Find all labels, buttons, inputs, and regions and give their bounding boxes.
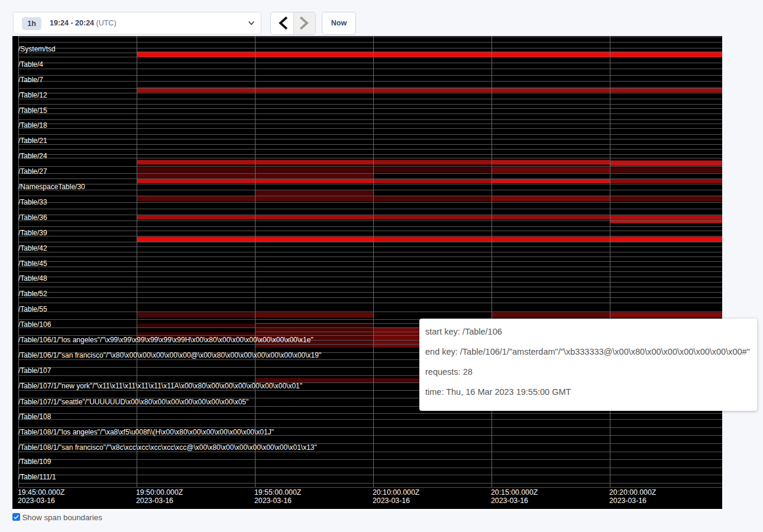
svg-text:/Table/107/1/"seattle"/"UUUUUU: /Table/107/1/"seattle"/"UUUUUUD\x00\x80\… — [18, 398, 248, 406]
svg-text:/Table/108: /Table/108 — [18, 413, 51, 421]
svg-text:/Table/45: /Table/45 — [18, 259, 47, 268]
svg-text:19:55:00.000Z: 19:55:00.000Z — [254, 488, 302, 497]
svg-text:/Table/4: /Table/4 — [18, 60, 43, 69]
svg-text:2023-03-16: 2023-03-16 — [254, 497, 292, 505]
svg-text:/Table/7: /Table/7 — [18, 76, 43, 84]
svg-text:/Table/42: /Table/42 — [18, 244, 47, 252]
svg-text:/Table/109: /Table/109 — [18, 458, 51, 466]
svg-text:2023-03-16: 2023-03-16 — [609, 497, 646, 505]
svg-text:/Table/12: /Table/12 — [18, 91, 47, 99]
svg-text:2023-03-16: 2023-03-16 — [373, 497, 410, 505]
svg-text:/Table/39: /Table/39 — [18, 229, 47, 237]
svg-text:/Table/21: /Table/21 — [18, 137, 47, 145]
svg-text:20:20:00.000Z: 20:20:00.000Z — [609, 488, 657, 497]
svg-text:/NamespaceTable/30: /NamespaceTable/30 — [18, 183, 85, 191]
svg-text:/Table/108/1/"los angeles"/"\x: /Table/108/1/"los angeles"/"\xa8\xf5\u00… — [18, 428, 274, 436]
svg-text:/Table/48: /Table/48 — [18, 274, 47, 283]
svg-text:/Table/106/1/"los angeles"/"\x: /Table/106/1/"los angeles"/"\x99\x99\x99… — [18, 336, 313, 344]
svg-text:2023-03-16: 2023-03-16 — [136, 497, 173, 505]
svg-text:/Table/107/1/"new york"/"\x11\: /Table/107/1/"new york"/"\x11\x11\x11\x1… — [18, 382, 302, 390]
svg-text:2023-03-16: 2023-03-16 — [18, 497, 55, 505]
svg-text:/Table/107: /Table/107 — [18, 366, 51, 375]
svg-text:20:10:00.000Z: 20:10:00.000Z — [373, 488, 420, 497]
svg-text:/Table/106/1/"san francisco"/": /Table/106/1/"san francisco"/"\x80\x00\x… — [18, 351, 321, 359]
svg-text:/System/tsd: /System/tsd — [18, 45, 56, 53]
svg-text:/Table/24: /Table/24 — [18, 152, 47, 160]
svg-text:/Table/106: /Table/106 — [18, 320, 51, 329]
svg-text:/Table/15: /Table/15 — [18, 106, 47, 115]
svg-text:20:15:00.000Z: 20:15:00.000Z — [491, 488, 538, 497]
svg-text:19:50:00.000Z: 19:50:00.000Z — [136, 488, 183, 497]
svg-text:/Table/111/1: /Table/111/1 — [18, 473, 56, 481]
svg-text:2023-03-16: 2023-03-16 — [491, 497, 528, 505]
svg-text:/Table/36: /Table/36 — [18, 213, 47, 222]
svg-text:/Table/18: /Table/18 — [18, 121, 47, 129]
svg-text:/Table/52: /Table/52 — [18, 290, 47, 298]
svg-text:19:45:00.000Z: 19:45:00.000Z — [18, 488, 65, 497]
svg-text:/Table/33: /Table/33 — [18, 198, 47, 206]
svg-text:/Table/55: /Table/55 — [18, 305, 47, 313]
svg-text:/Table/108/1/"san francisco"/": /Table/108/1/"san francisco"/"\x8c\xcc\x… — [18, 443, 317, 452]
svg-text:/Table/27: /Table/27 — [18, 167, 47, 176]
